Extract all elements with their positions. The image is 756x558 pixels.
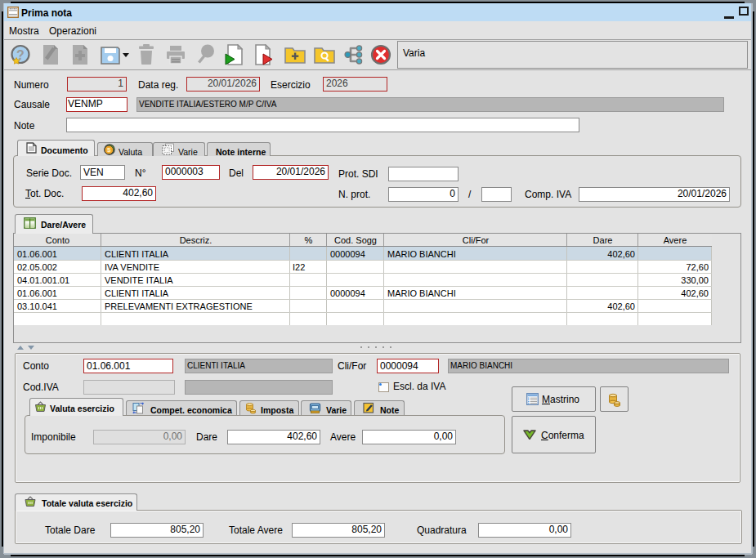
- svg-text:$: $: [107, 146, 111, 154]
